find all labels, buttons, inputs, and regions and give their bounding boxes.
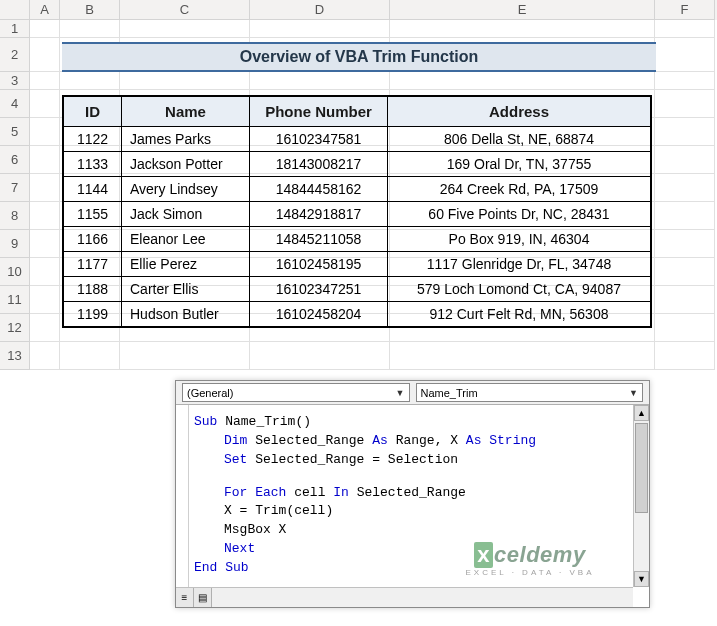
- cell[interactable]: [390, 20, 655, 38]
- col-header-F[interactable]: F: [655, 0, 715, 20]
- cell[interactable]: [30, 72, 60, 90]
- td-address[interactable]: Po Box 919, IN, 46304: [388, 227, 651, 252]
- cell[interactable]: [655, 314, 715, 342]
- td-address[interactable]: 264 Creek Rd, PA, 17509: [388, 177, 651, 202]
- cell[interactable]: [30, 230, 60, 258]
- row-header-11[interactable]: 11: [0, 286, 30, 314]
- cell[interactable]: [390, 72, 655, 90]
- cell[interactable]: [250, 20, 390, 38]
- td-phone[interactable]: 18143008217: [250, 152, 388, 177]
- cell[interactable]: [30, 118, 60, 146]
- td-phone[interactable]: 16102458195: [250, 252, 388, 277]
- scroll-up-icon[interactable]: ▲: [634, 405, 649, 421]
- cell[interactable]: [60, 342, 120, 370]
- cell[interactable]: [655, 342, 715, 370]
- cell[interactable]: [120, 72, 250, 90]
- row-header-6[interactable]: 6: [0, 146, 30, 174]
- row-header-7[interactable]: 7: [0, 174, 30, 202]
- td-id[interactable]: 1122: [64, 127, 122, 152]
- td-phone[interactable]: 16102347581: [250, 127, 388, 152]
- td-name[interactable]: Eleanor Lee: [122, 227, 250, 252]
- col-header-C[interactable]: C: [120, 0, 250, 20]
- col-header-E[interactable]: E: [390, 0, 655, 20]
- row-header-5[interactable]: 5: [0, 118, 30, 146]
- vba-procedure-combo[interactable]: Name_Trim ▼: [416, 383, 644, 402]
- cell[interactable]: [655, 90, 715, 118]
- td-name[interactable]: Hudson Butler: [122, 302, 250, 327]
- row-header-12[interactable]: 12: [0, 314, 30, 342]
- row-header-4[interactable]: 4: [0, 90, 30, 118]
- vba-code-pane[interactable]: Sub Name_Trim() Dim Selected_Range As Ra…: [176, 405, 649, 587]
- td-address[interactable]: 579 Loch Lomond Ct, CA, 94087: [388, 277, 651, 302]
- procedure-view-icon[interactable]: ≡: [176, 588, 194, 607]
- vertical-scrollbar[interactable]: ▲ ▼: [633, 405, 649, 587]
- td-id[interactable]: 1188: [64, 277, 122, 302]
- td-id[interactable]: 1177: [64, 252, 122, 277]
- full-module-view-icon[interactable]: ▤: [194, 588, 212, 607]
- cell[interactable]: [30, 342, 60, 370]
- td-address[interactable]: 169 Oral Dr, TN, 37755: [388, 152, 651, 177]
- vba-object-combo[interactable]: (General) ▼: [182, 383, 410, 402]
- cell[interactable]: [30, 286, 60, 314]
- cell[interactable]: [30, 202, 60, 230]
- td-id[interactable]: 1133: [64, 152, 122, 177]
- td-address[interactable]: 1117 Glenridge Dr, FL, 34748: [388, 252, 651, 277]
- row-header-3[interactable]: 3: [0, 72, 30, 90]
- td-name[interactable]: James Parks: [122, 127, 250, 152]
- td-id[interactable]: 1199: [64, 302, 122, 327]
- select-all-corner[interactable]: [0, 0, 30, 20]
- row-header-10[interactable]: 10: [0, 258, 30, 286]
- cell[interactable]: [250, 342, 390, 370]
- col-header-B[interactable]: B: [60, 0, 120, 20]
- cell[interactable]: [655, 118, 715, 146]
- cell[interactable]: [60, 72, 120, 90]
- row-header-13[interactable]: 13: [0, 342, 30, 370]
- cell[interactable]: [655, 38, 715, 72]
- td-name[interactable]: Jack Simon: [122, 202, 250, 227]
- cell[interactable]: [655, 286, 715, 314]
- cell[interactable]: [655, 72, 715, 90]
- cell[interactable]: [655, 174, 715, 202]
- row-header-8[interactable]: 8: [0, 202, 30, 230]
- td-id[interactable]: 1144: [64, 177, 122, 202]
- cell[interactable]: [60, 20, 120, 38]
- cell[interactable]: [30, 90, 60, 118]
- row-header-2[interactable]: 2: [0, 38, 30, 72]
- td-name[interactable]: Jackson Potter: [122, 152, 250, 177]
- cell[interactable]: [390, 342, 655, 370]
- td-address[interactable]: 806 Della St, NE, 68874: [388, 127, 651, 152]
- td-phone[interactable]: 14844458162: [250, 177, 388, 202]
- td-name[interactable]: Ellie Perez: [122, 252, 250, 277]
- horizontal-scrollbar[interactable]: ≡ ▤: [176, 587, 633, 607]
- td-phone[interactable]: 16102347251: [250, 277, 388, 302]
- scroll-thumb[interactable]: [635, 423, 648, 513]
- cell[interactable]: [30, 20, 60, 38]
- cell[interactable]: [120, 342, 250, 370]
- row-header-1[interactable]: 1: [0, 20, 30, 38]
- td-name[interactable]: Avery Lindsey: [122, 177, 250, 202]
- td-phone[interactable]: 14845211058: [250, 227, 388, 252]
- td-id[interactable]: 1155: [64, 202, 122, 227]
- cell[interactable]: [30, 146, 60, 174]
- cell[interactable]: [30, 174, 60, 202]
- td-phone[interactable]: 14842918817: [250, 202, 388, 227]
- td-name[interactable]: Carter Ellis: [122, 277, 250, 302]
- cell[interactable]: [655, 258, 715, 286]
- cell[interactable]: [655, 230, 715, 258]
- cell[interactable]: [30, 258, 60, 286]
- cell[interactable]: [30, 314, 60, 342]
- col-header-D[interactable]: D: [250, 0, 390, 20]
- scroll-down-icon[interactable]: ▼: [634, 571, 649, 587]
- td-id[interactable]: 1166: [64, 227, 122, 252]
- cell[interactable]: [655, 202, 715, 230]
- td-phone[interactable]: 16102458204: [250, 302, 388, 327]
- cell[interactable]: [120, 20, 250, 38]
- cell[interactable]: [250, 72, 390, 90]
- td-address[interactable]: 912 Curt Felt Rd, MN, 56308: [388, 302, 651, 327]
- col-header-A[interactable]: A: [30, 0, 60, 20]
- row-header-9[interactable]: 9: [0, 230, 30, 258]
- cell[interactable]: [655, 20, 715, 38]
- cell[interactable]: [655, 146, 715, 174]
- td-address[interactable]: 60 Five Points Dr, NC, 28431: [388, 202, 651, 227]
- cell[interactable]: [30, 38, 60, 72]
